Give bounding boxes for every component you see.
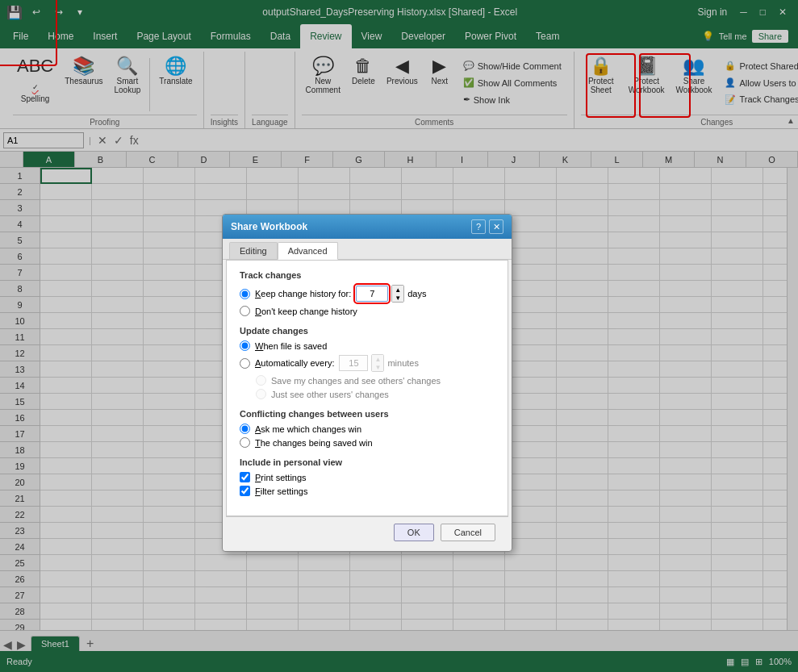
print-settings-row: Print settings (240, 472, 495, 482)
conflicting-section: Conflicting changes between users Ask me… (240, 409, 495, 448)
dialog-body: Track changes Keep change history for: ▲… (226, 260, 508, 516)
being-saved-radio[interactable] (240, 437, 250, 448)
print-settings-checkbox[interactable] (240, 472, 250, 482)
dont-keep-label: Don't keep change history (255, 307, 357, 316)
dialog-tab-editing[interactable]: Editing (229, 242, 278, 259)
auto-every-radio[interactable] (240, 358, 250, 369)
print-settings-label: Print settings (255, 473, 307, 482)
minutes-up-btn[interactable]: ▲ (372, 355, 383, 363)
dialog-titlebar: Share Workbook ? ✕ (223, 215, 512, 239)
when-saved-row: When file is saved (240, 340, 495, 351)
personal-view-title: Include in personal view (240, 457, 495, 467)
dialog-titlebar-btns: ? ✕ (471, 219, 503, 234)
minutes-spinner-btns: ▲ ▼ (371, 354, 384, 372)
minutes-suffix: minutes (387, 358, 419, 368)
dont-keep-row: Don't keep change history (240, 306, 495, 316)
when-saved-radio[interactable] (240, 340, 250, 351)
filter-settings-checkbox[interactable] (240, 486, 250, 496)
ok-btn[interactable]: OK (394, 524, 434, 541)
modal-overlay: Share Workbook ? ✕ Editing Advanced Trac… (0, 0, 798, 672)
update-changes-title: Update changes (240, 326, 495, 336)
minutes-input[interactable] (339, 355, 368, 371)
ask-me-row: Ask me which changes win (240, 424, 495, 434)
track-changes-title: Track changes (240, 270, 495, 280)
just-see-label: Just see other users' changes (271, 390, 389, 399)
filter-settings-row: Filter settings (240, 486, 495, 496)
dont-keep-radio[interactable] (240, 306, 250, 316)
days-down-btn[interactable]: ▼ (392, 294, 403, 302)
dialog-help-btn[interactable]: ? (471, 219, 486, 234)
just-see-row: Just see other users' changes (256, 389, 495, 399)
conflicting-title: Conflicting changes between users (240, 409, 495, 419)
being-saved-label: The changes being saved win (255, 438, 373, 448)
keep-history-radio[interactable] (240, 289, 250, 299)
being-saved-row: The changes being saved win (240, 437, 495, 448)
when-saved-label: When file is saved (255, 341, 327, 351)
just-see-radio[interactable] (256, 389, 266, 399)
keep-history-label: Keep change history for: (255, 289, 351, 298)
days-up-btn[interactable]: ▲ (392, 286, 403, 294)
dialog-title: Share Workbook (231, 221, 307, 232)
keep-history-row: Keep change history for: ▲ ▼ days (240, 285, 495, 303)
filter-settings-label: Filter settings (255, 486, 307, 496)
update-changes-section: Update changes When file is saved Automa… (240, 326, 495, 399)
dialog-close-btn[interactable]: ✕ (489, 219, 503, 234)
minutes-spinner: ▲ ▼ minutes (339, 354, 419, 372)
auto-every-label: Automatically every: (255, 358, 334, 368)
ask-me-label: Ask me which changes win (255, 424, 361, 434)
dialog-tabs: Editing Advanced (223, 239, 512, 260)
dialog-tab-advanced[interactable]: Advanced (278, 242, 338, 260)
share-workbook-dialog: Share Workbook ? ✕ Editing Advanced Trac… (222, 214, 512, 552)
auto-every-row: Automatically every: ▲ ▼ minutes (240, 354, 495, 372)
days-input[interactable] (356, 286, 388, 302)
track-changes-section: Track changes Keep change history for: ▲… (240, 270, 495, 316)
save-my-changes-row: Save my changes and see others' changes (256, 375, 495, 386)
days-spinner-btns: ▲ ▼ (391, 285, 404, 303)
days-suffix: days (407, 289, 426, 298)
save-my-changes-radio[interactable] (256, 375, 266, 386)
save-my-changes-label: Save my changes and see others' changes (271, 376, 441, 386)
days-spinner: ▲ ▼ days (356, 285, 426, 303)
ask-me-radio[interactable] (240, 424, 250, 434)
personal-view-section: Include in personal view Print settings … (240, 457, 495, 496)
dialog-footer: OK Cancel (226, 516, 508, 548)
minutes-down-btn[interactable]: ▼ (372, 363, 383, 371)
cancel-btn[interactable]: Cancel (441, 524, 495, 541)
